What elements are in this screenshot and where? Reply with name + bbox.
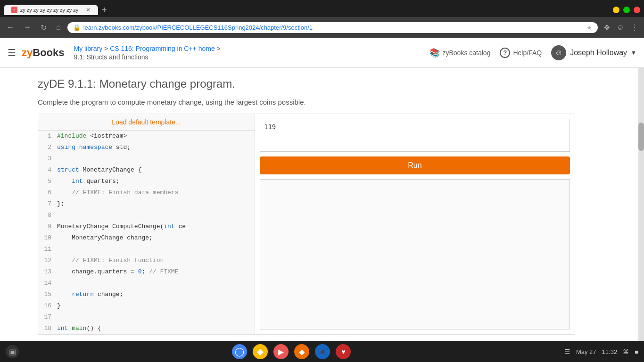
line-num-6: 6 <box>38 187 57 198</box>
taskbar-system-icon[interactable]: ▣ <box>6 345 19 358</box>
new-tab-button[interactable]: + <box>98 5 111 15</box>
line-content-5: int quarters; <box>57 176 120 187</box>
breadcrumb: My library > CS 116: Programming in C++ … <box>74 45 429 61</box>
line-num-4: 4 <box>38 165 57 176</box>
forward-button[interactable]: → <box>21 21 34 33</box>
app-header: ☰ zyBooks My library > CS 116: Programmi… <box>0 38 644 68</box>
user-name: Joseph Holloway <box>570 49 627 57</box>
taskbar-right: ☰ May 27 11:32 ⌘ ■ <box>564 348 638 355</box>
line-num-18: 18 <box>38 323 57 334</box>
catalog-button[interactable]: 📚 zyBooks catalog <box>429 48 491 58</box>
line-num-1: 1 <box>38 131 57 142</box>
vertical-scrollbar[interactable] <box>638 68 644 341</box>
active-tab[interactable]: z zy zy zy zy zy zy zy zy zy zy ✕ <box>4 5 98 15</box>
line-num-3: 3 <box>38 153 57 165</box>
code-editor[interactable]: Load default template... 1 #include <ios… <box>38 114 255 334</box>
extensions-icon[interactable]: ❖ <box>602 21 612 34</box>
reload-button[interactable]: ↻ <box>38 21 50 34</box>
toolbar-icons: ❖ ☺ ⋮ <box>602 21 640 34</box>
page-content: zyDE 9.1.1: Monetary change program. Com… <box>0 68 644 341</box>
line-num-9: 9 <box>38 221 57 232</box>
breadcrumb-sep1: > <box>102 45 110 52</box>
taskbar-app-4[interactable]: ◆ <box>294 344 309 359</box>
breadcrumb-section: 9.1: Structs and functions <box>74 53 429 61</box>
line-num-13: 13 <box>38 266 57 278</box>
hamburger-menu[interactable]: ☰ <box>8 47 16 58</box>
code-line-17: 17 <box>38 312 255 323</box>
taskbar-battery-icon: ■ <box>635 348 638 355</box>
header-right: 📚 zyBooks catalog ? Help/FAQ ☺ Joseph Ho… <box>429 45 637 60</box>
breadcrumb-library[interactable]: My library <box>74 45 103 52</box>
line-content-18: int main() { <box>57 323 101 334</box>
code-line-14: 14 <box>38 278 255 289</box>
line-num-15: 15 <box>38 289 57 300</box>
line-content-7: }; <box>57 198 65 210</box>
taskbar-left: ▣ <box>6 345 19 358</box>
url-text: learn.zybooks.com/zybook/PIERCECOLLEGECS… <box>83 24 584 31</box>
catalog-label: zyBooks catalog <box>443 49 491 57</box>
run-button[interactable]: Run <box>260 156 570 174</box>
minimize-button[interactable] <box>613 7 619 13</box>
more-icon[interactable]: ⋮ <box>629 21 640 34</box>
output-area <box>260 179 570 329</box>
home-button[interactable]: ⌂ <box>53 21 64 33</box>
code-line-9: 9 MonetaryChange ComputeChange(int ce <box>38 221 255 232</box>
logo-books: Books <box>33 47 64 59</box>
right-panel: 119 Run <box>255 114 575 334</box>
taskbar-app-2[interactable]: ◆ <box>253 344 268 359</box>
code-line-2: 2 using namespace std; <box>38 142 255 153</box>
line-num-11: 11 <box>38 244 57 255</box>
taskbar-app-3[interactable]: ▶ <box>273 344 289 359</box>
input-textarea[interactable]: 119 <box>260 119 570 152</box>
help-icon: ? <box>500 48 510 58</box>
back-button[interactable]: ← <box>4 21 17 33</box>
code-line-6: 6 // FIXME: Finish data members <box>38 187 255 198</box>
load-template-button[interactable]: Load default template... <box>112 118 181 126</box>
taskbar-app-6[interactable]: ♥ <box>336 344 351 359</box>
code-area[interactable]: 1 #include <iostream> 2 using namespace … <box>38 131 255 334</box>
window-controls <box>613 7 640 13</box>
help-button[interactable]: ? Help/FAQ <box>500 48 542 58</box>
line-num-16: 16 <box>38 300 57 312</box>
line-num-14: 14 <box>38 278 57 289</box>
tab-bar: z zy zy zy zy zy zy zy zy zy zy ✕ + <box>0 0 644 17</box>
line-content-4: struct MonetaryChange { <box>57 165 141 176</box>
line-content-6: // FIXME: Finish data members <box>57 187 178 198</box>
code-line-13: 13 change.quarters = 0; // FIXME <box>38 266 255 278</box>
taskbar-center: ◯ ◆ ▶ ◆ ◾ ♥ <box>19 344 564 359</box>
code-line-16: 16 } <box>38 300 255 312</box>
user-dropdown-icon: ▼ <box>631 49 636 56</box>
line-num-2: 2 <box>38 142 57 153</box>
line-num-7: 7 <box>38 198 57 210</box>
line-content-15: return change; <box>57 289 123 300</box>
breadcrumb-course[interactable]: CS 116: Programming in C++ home <box>110 45 215 52</box>
close-button[interactable] <box>634 7 640 13</box>
line-num-10: 10 <box>38 232 57 244</box>
zyde-container: Load default template... 1 #include <ios… <box>38 114 575 335</box>
line-num-5: 5 <box>38 176 57 187</box>
taskbar-chrome[interactable]: ◯ <box>232 344 247 359</box>
user-avatar: ☺ <box>551 45 566 60</box>
browser-chrome: z zy zy zy zy zy zy zy zy zy zy ✕ + ← → … <box>0 0 644 38</box>
scrollbar-thumb[interactable] <box>638 123 644 151</box>
taskbar-app-5[interactable]: ◾ <box>315 344 330 359</box>
taskbar-date: May 27 <box>576 348 596 355</box>
zybooks-logo: zyBooks <box>22 47 65 59</box>
address-bar[interactable]: 🔒 learn.zybooks.com/zybook/PIERCECOLLEGE… <box>67 22 598 33</box>
code-line-10: 10 MonetaryChange change; <box>38 232 255 244</box>
line-content-9: MonetaryChange ComputeChange(int ce <box>57 221 186 232</box>
maximize-button[interactable] <box>623 7 630 13</box>
section-wrapper: zyDE 9.1.1: Monetary change program. Com… <box>0 68 603 341</box>
tab-favicon: z <box>11 7 17 13</box>
zyde-title: zyDE 9.1.1: Monetary change program. <box>38 77 575 90</box>
line-num-17: 17 <box>38 312 57 323</box>
user-menu[interactable]: ☺ Joseph Holloway ▼ <box>551 45 636 60</box>
profile-icon[interactable]: ☺ <box>615 21 626 33</box>
tab-close-btn[interactable]: ✕ <box>86 7 91 13</box>
help-label: Help/FAQ <box>513 49 542 57</box>
tab-title: zy zy zy zy zy zy zy zy zy zy <box>20 7 79 13</box>
line-content-12: // FIXME: Finish function <box>57 255 164 266</box>
code-line-7: 7 }; <box>38 198 255 210</box>
line-content-13: change.quarters = 0; // FIXME <box>57 266 178 278</box>
code-line-1: 1 #include <iostream> <box>38 131 255 142</box>
